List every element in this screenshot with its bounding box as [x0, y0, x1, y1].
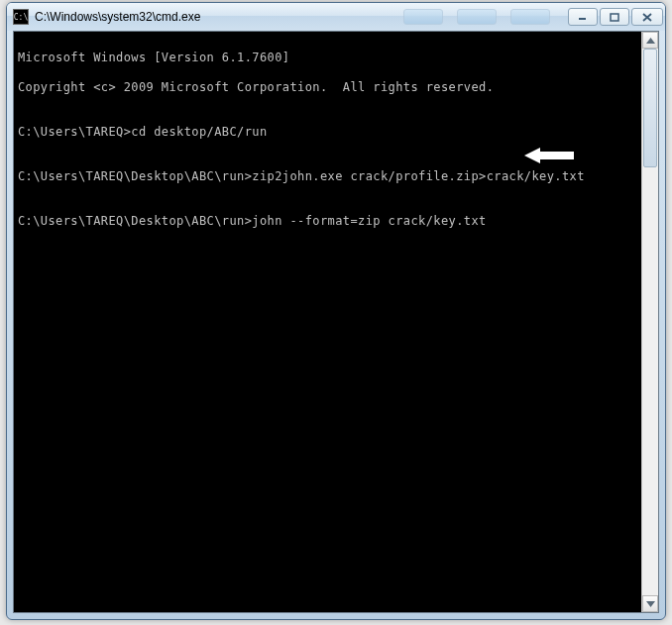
window-controls: [566, 8, 663, 26]
svg-marker-5: [646, 601, 655, 607]
titlebar[interactable]: C:\ C:\Windows\system32\cmd.exe: [7, 3, 665, 31]
terminal-output[interactable]: Microsoft Windows [Version 6.1.7600] Cop…: [14, 32, 641, 612]
client-area: Microsoft Windows [Version 6.1.7600] Cop…: [13, 31, 659, 613]
scroll-thumb[interactable]: [643, 49, 657, 167]
cmd-icon: C:\: [13, 9, 29, 25]
window-title: C:\Windows\system32\cmd.exe: [35, 10, 200, 24]
scroll-up-button[interactable]: [642, 32, 658, 49]
terminal-line: C:\Users\TAREQ\Desktop\ABC\run>john --fo…: [18, 214, 637, 229]
svg-marker-4: [646, 38, 655, 44]
scroll-track[interactable]: [642, 49, 658, 595]
terminal-line: C:\Users\TAREQ\Desktop\ABC\run>zip2john.…: [18, 169, 637, 184]
vertical-scrollbar[interactable]: [641, 32, 658, 612]
svg-rect-1: [611, 14, 618, 21]
close-button[interactable]: [631, 8, 663, 26]
terminal-line: C:\Users\TAREQ>cd desktop/ABC/run: [18, 125, 637, 140]
aero-blur-decor: [403, 9, 550, 25]
chevron-up-icon: [646, 38, 655, 44]
terminal-line: Microsoft Windows [Version 6.1.7600]: [18, 51, 637, 65]
chevron-down-icon: [646, 601, 655, 607]
cmd-window: C:\ C:\Windows\system32\cmd.exe Microsof…: [6, 2, 666, 620]
scroll-down-button[interactable]: [642, 595, 658, 612]
minimize-button[interactable]: [568, 8, 598, 26]
maximize-button[interactable]: [600, 8, 629, 26]
terminal-line: Copyright <c> 2009 Microsoft Corporation…: [18, 80, 637, 95]
